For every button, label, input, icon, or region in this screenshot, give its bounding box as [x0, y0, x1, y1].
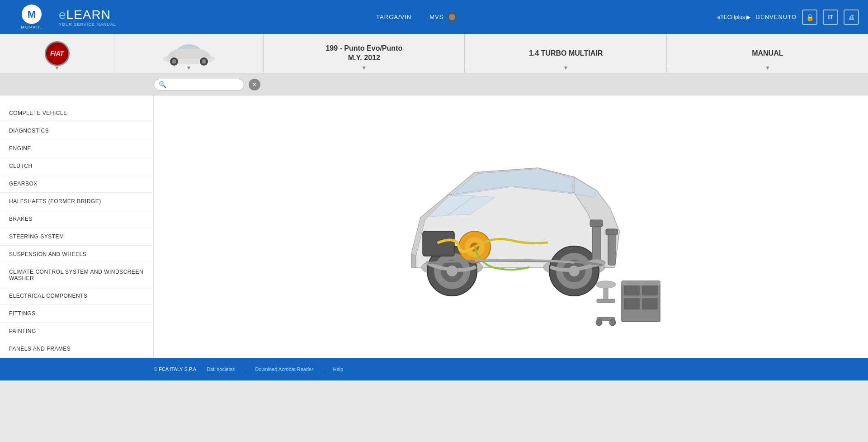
search-go-button[interactable]: ✕ [249, 79, 260, 90]
sidebar-item-complete-vehicle[interactable]: COMPLETE VEHICLE [0, 105, 153, 122]
footer-separator-2: - [322, 366, 324, 372]
sidebar-item-electrical[interactable]: ELECTRICAL COMPONENTS [0, 287, 153, 305]
engine-chevron-icon: ▼ [563, 65, 569, 71]
mvs-circle-icon [447, 12, 457, 22]
svg-point-35 [609, 319, 616, 326]
sidebar-item-climate[interactable]: CLIMATE CONTROL SYSTEM AND WINDSCREEN WA… [0, 263, 153, 287]
sidebar-item-halfshafts[interactable]: HALFSHAFTS (FORMER BRIDGE) [0, 193, 153, 210]
search-input[interactable] [169, 81, 237, 88]
car-image-chevron-icon: ▼ [186, 65, 192, 71]
vehicle-section-engine[interactable]: 1.4 TURBO MULTIAIR ▼ [465, 34, 666, 73]
vehicle-section-manual[interactable]: MANUAL ▼ [667, 34, 868, 73]
svg-rect-20 [592, 222, 600, 263]
sidebar-item-gearbox[interactable]: GEARBOX [0, 175, 153, 193]
svg-rect-26 [624, 284, 640, 295]
mvs-circle-inner-icon [449, 14, 455, 20]
print-button[interactable]: 🖨 [844, 10, 859, 25]
nav-center: TARGA/VIN MVS [376, 12, 457, 22]
sidebar: COMPLETE VEHICLEDIAGNOSTICSENGINECLUTCHG… [0, 95, 154, 358]
model-chevron-icon: ▼ [361, 65, 367, 71]
lock-icon: 🔒 [806, 14, 814, 21]
nav-mvs[interactable]: MVS [429, 14, 443, 20]
manual-chevron-icon: ▼ [765, 65, 770, 71]
etech-area: eTECHplus ▶ [717, 14, 751, 20]
svg-point-4 [202, 59, 206, 64]
etech-link[interactable]: eTECHplus ▶ [717, 14, 751, 20]
mopar-circle-icon: M [22, 5, 42, 24]
sidebar-item-suspension[interactable]: SUSPENSION AND WHEELS [0, 246, 153, 263]
svg-rect-30 [622, 281, 660, 285]
vehicle-section-car-image[interactable]: ▼ [114, 34, 264, 73]
svg-point-2 [172, 59, 176, 64]
mopar-text: MOPAR. [21, 25, 42, 29]
sidebar-item-engine[interactable]: ENGINE [0, 140, 153, 157]
content-area [154, 95, 868, 358]
svg-rect-27 [642, 284, 658, 295]
sidebar-item-brakes[interactable]: BRAKES [0, 210, 153, 228]
sidebar-item-painting[interactable]: PAINTING [0, 323, 153, 340]
svg-rect-28 [624, 298, 640, 309]
svg-rect-24 [606, 229, 618, 235]
main-content: COMPLETE VEHICLEDIAGNOSTICSENGINECLUTCHG… [0, 95, 868, 358]
mvs-container: MVS [429, 12, 457, 22]
footer-copyright: © FCA ITALY S.P.A. [154, 366, 198, 372]
logo-area: M MOPAR. eLEARN YOUR SERVICE MANUAL [9, 5, 116, 29]
svg-point-34 [596, 319, 602, 326]
sidebar-item-diagnostics[interactable]: DIAGNOSTICS [0, 122, 153, 140]
vehicle-section-brand[interactable]: FIAT ▼ [0, 34, 114, 73]
svg-rect-31 [597, 299, 615, 303]
elearn-logo: eLEARN YOUR SERVICE MANUAL [59, 8, 116, 27]
mopar-logo: M MOPAR. [9, 5, 54, 29]
top-header: M MOPAR. eLEARN YOUR SERVICE MANUAL TARG… [0, 0, 868, 34]
vehicle-model-name: 199 - Punto Evo/Punto M.Y. 2012 [326, 44, 402, 63]
svg-point-36 [596, 281, 616, 288]
elearn-title: eLEARN [59, 8, 116, 22]
sidebar-item-fittings[interactable]: FITTINGS [0, 305, 153, 323]
svg-rect-23 [608, 231, 615, 265]
elearn-learn-text: LEARN [66, 8, 111, 22]
mopar-m-icon: M [28, 9, 36, 20]
car-illustration-wrapper [172, 114, 850, 340]
print-icon: 🖨 [848, 14, 854, 21]
elearn-e-letter: e [59, 8, 66, 22]
language-button[interactable]: IT [823, 10, 838, 25]
vehicle-section-model[interactable]: 199 - Punto Evo/Punto M.Y. 2012 ▼ [264, 34, 465, 73]
sidebar-item-clutch[interactable]: CLUTCH [0, 157, 153, 175]
car-cutaway-illustration [357, 127, 665, 326]
svg-rect-29 [642, 298, 658, 309]
footer-link-acrobat[interactable]: Download Acrobat Reader [255, 366, 313, 372]
search-bar: 🔍 ✕ [0, 74, 868, 95]
car-image-icon [160, 40, 218, 67]
footer-separator-1: - [245, 366, 246, 372]
fiat-logo-text: FIAT [50, 50, 64, 57]
benvenuto-text: BENVENUTO [756, 14, 797, 20]
nav-targa-vin[interactable]: TARGA/VIN [376, 14, 411, 20]
service-manual-subtitle: YOUR SERVICE MANUAL [59, 22, 116, 27]
right-controls: eTECHplus ▶ BENVENUTO 🔒 IT 🖨 [717, 10, 859, 25]
footer: © FCA ITALY S.P.A. Dati societari - Down… [0, 358, 868, 380]
search-icon: 🔍 [159, 81, 166, 88]
engine-name: 1.4 TURBO MULTIAIR [529, 49, 603, 57]
footer-link-dati[interactable]: Dati societari [207, 366, 236, 372]
lock-button[interactable]: 🔒 [802, 10, 817, 25]
vehicle-bar: FIAT ▼ ▼ 199 - Punto Evo/Punto M.Y. 2012… [0, 34, 868, 74]
footer-link-help[interactable]: Help [333, 366, 344, 372]
search-container: 🔍 [154, 79, 244, 90]
sidebar-item-steering[interactable]: STEERING SYSTEM [0, 228, 153, 246]
sidebar-item-panels[interactable]: PANELS AND FRAMES [0, 340, 153, 358]
manual-name: MANUAL [752, 49, 783, 57]
fiat-logo: FIAT [45, 41, 70, 66]
svg-rect-21 [590, 220, 603, 227]
search-go-icon: ✕ [252, 81, 257, 88]
brand-chevron-icon: ▼ [54, 65, 60, 71]
